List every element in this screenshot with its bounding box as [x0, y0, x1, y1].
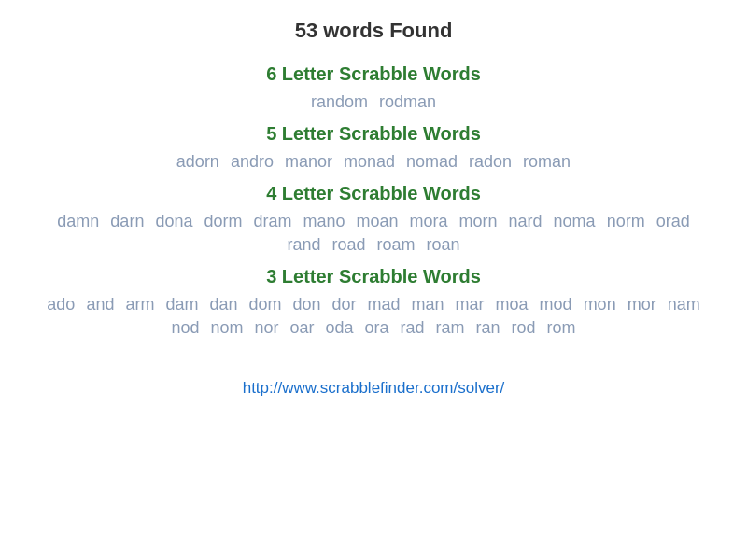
word-moa[interactable]: moa: [496, 295, 529, 315]
word-random[interactable]: random: [311, 92, 368, 112]
word-noma[interactable]: noma: [554, 212, 596, 231]
word-dan[interactable]: dan: [209, 295, 237, 315]
section-heading-four-letter: 4 Letter Scrabble Words: [37, 183, 710, 204]
word-roam[interactable]: roam: [377, 235, 416, 255]
sections-container: 6 Letter Scrabble Wordsrandomrodman5 Let…: [37, 52, 710, 342]
word-rod[interactable]: rod: [512, 318, 536, 338]
word-damn[interactable]: damn: [57, 212, 99, 231]
section-heading-six-letter: 6 Letter Scrabble Words: [37, 63, 710, 85]
words-row-five-letter: adornandromanormonadnomadradonroman: [37, 152, 710, 172]
word-mad[interactable]: mad: [368, 295, 401, 315]
word-dram[interactable]: dram: [253, 212, 291, 231]
word-andro[interactable]: andro: [231, 152, 274, 172]
word-and[interactable]: and: [86, 295, 114, 315]
word-norm[interactable]: norm: [607, 212, 645, 231]
word-manor[interactable]: manor: [285, 152, 332, 172]
word-moan[interactable]: moan: [357, 212, 399, 231]
section-heading-three-letter: 3 Letter Scrabble Words: [37, 266, 710, 287]
word-nomad[interactable]: nomad: [406, 152, 458, 172]
word-arm[interactable]: arm: [125, 295, 154, 315]
word-nod[interactable]: nod: [171, 318, 199, 338]
word-adorn[interactable]: adorn: [176, 152, 219, 172]
word-oar[interactable]: oar: [289, 318, 314, 338]
footer-link[interactable]: http://www.scrabblefinder.com/solver/: [243, 379, 505, 398]
word-morn[interactable]: morn: [459, 212, 498, 231]
word-nor[interactable]: nor: [254, 318, 278, 338]
word-dorm[interactable]: dorm: [204, 212, 242, 231]
word-dom[interactable]: dom: [248, 295, 281, 315]
word-road[interactable]: road: [331, 235, 365, 255]
section-heading-five-letter: 5 Letter Scrabble Words: [37, 123, 710, 145]
word-mon[interactable]: mon: [584, 295, 616, 315]
word-man[interactable]: man: [412, 295, 444, 315]
word-monad[interactable]: monad: [344, 152, 395, 172]
word-ado[interactable]: ado: [47, 295, 75, 315]
word-mora[interactable]: mora: [410, 212, 448, 231]
word-roman[interactable]: roman: [523, 152, 571, 172]
page-title: 53 words Found: [295, 19, 453, 43]
word-nam[interactable]: nam: [668, 295, 700, 315]
words-row-four-letter: damndarndonadormdrammanomoanmoramornnard…: [37, 212, 710, 255]
word-dor[interactable]: dor: [332, 295, 357, 315]
word-rodman[interactable]: rodman: [379, 92, 436, 112]
word-don[interactable]: don: [293, 295, 321, 315]
word-orad[interactable]: orad: [656, 212, 690, 231]
word-ran[interactable]: ran: [476, 318, 500, 338]
word-roan[interactable]: roan: [427, 235, 460, 255]
word-mod[interactable]: mod: [540, 295, 572, 315]
words-row-three-letter: adoandarmdamdandomdondormadmanmarmoamodm…: [37, 295, 710, 338]
word-dona[interactable]: dona: [155, 212, 192, 231]
word-mano[interactable]: mano: [303, 212, 345, 231]
word-dam[interactable]: dam: [165, 295, 198, 315]
word-ram[interactable]: ram: [436, 318, 465, 338]
word-nard[interactable]: nard: [509, 212, 543, 231]
word-rad[interactable]: rad: [401, 318, 425, 338]
word-ora[interactable]: ora: [365, 318, 389, 338]
word-darn[interactable]: darn: [110, 212, 144, 231]
words-row-six-letter: randomrodman: [37, 92, 710, 112]
word-oda[interactable]: oda: [325, 318, 353, 338]
word-radon[interactable]: radon: [469, 152, 512, 172]
word-nom[interactable]: nom: [210, 318, 243, 338]
word-rom[interactable]: rom: [547, 318, 576, 338]
word-mar[interactable]: mar: [456, 295, 485, 315]
word-mor[interactable]: mor: [627, 295, 656, 315]
word-rand[interactable]: rand: [287, 235, 320, 255]
